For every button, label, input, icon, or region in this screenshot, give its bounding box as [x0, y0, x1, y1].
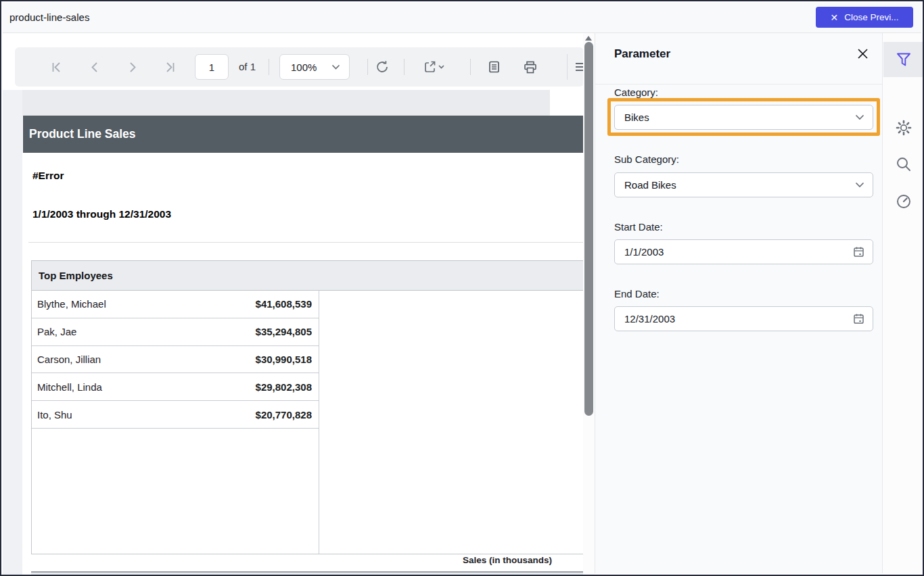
export-icon	[424, 61, 444, 73]
report-top-margin	[22, 90, 550, 116]
report-scrollbar[interactable]	[583, 33, 595, 576]
previous-page-icon	[89, 62, 101, 73]
employee-sales: $29,802,308	[256, 381, 312, 393]
start-date-value: 1/1/2003	[624, 246, 664, 258]
end-date-value: 12/31/2003	[624, 313, 675, 325]
calendar-icon	[853, 313, 864, 325]
top-employees-rows: Blythe, Michael$41,608,539Pak, Jae$35,29…	[32, 291, 319, 429]
category-select[interactable]: Bikes	[614, 105, 873, 130]
table-row: Carson, Jillian$30,990,518	[32, 346, 319, 374]
table-row: Mitchell, Linda$29,802,308	[32, 373, 319, 401]
top-employees-section: Top Employees Blythe, Michael$41,608,539…	[31, 260, 594, 554]
top-employees-header: Top Employees	[32, 261, 593, 291]
side-tool-strip	[882, 33, 924, 573]
filter-icon	[896, 51, 912, 68]
report-document-button[interactable]	[482, 47, 506, 87]
first-page-button[interactable]	[45, 47, 69, 87]
chart-title: Sales (in thousands)	[426, 555, 588, 565]
toolbar-separator	[470, 59, 471, 75]
last-page-icon	[164, 62, 175, 73]
toolbar-separator	[269, 59, 269, 75]
table-row: Pak, Jae$35,294,805	[32, 318, 319, 346]
start-date-input[interactable]: 1/1/2003	[614, 239, 873, 264]
employee-sales: $20,770,828	[256, 409, 312, 421]
category-label: Category:	[614, 87, 658, 98]
report-date-range: 1/1/2003 through 12/31/2003	[32, 208, 171, 220]
parameter-panel-close-button[interactable]	[855, 47, 870, 62]
next-section-partial	[31, 571, 594, 576]
close-preview-button[interactable]: ✕ Close Previ...	[816, 7, 913, 28]
report-error-text: #Error	[32, 170, 64, 182]
table-row: Ito, Shu$20,770,828	[32, 401, 319, 429]
category-value: Bikes	[624, 112, 649, 123]
next-page-button[interactable]	[120, 47, 144, 87]
print-icon	[524, 61, 537, 74]
toolbar-separator	[404, 59, 405, 75]
table-row: Blythe, Michael$41,608,539	[32, 291, 319, 318]
filter-parameters-button[interactable]	[883, 45, 924, 74]
gauge-icon	[896, 193, 912, 210]
employee-name: Ito, Shu	[37, 409, 256, 421]
settings-button[interactable]	[883, 113, 924, 143]
zoom-value: 100%	[291, 62, 317, 73]
chevron-down-icon	[855, 114, 864, 120]
scrollbar-thumb[interactable]	[584, 42, 593, 416]
employee-name: Mitchell, Linda	[37, 381, 256, 393]
page-number-input[interactable]	[195, 54, 229, 80]
sub-category-select[interactable]: Road Bikes	[614, 172, 873, 197]
export-button[interactable]	[418, 47, 451, 87]
print-button[interactable]	[518, 47, 542, 87]
start-date-label: Start Date:	[614, 221, 663, 233]
panel-divider	[595, 84, 882, 85]
scrollbar-up-arrow-icon[interactable]	[585, 36, 592, 41]
employee-sales: $30,990,518	[256, 354, 312, 365]
chevron-down-icon	[331, 64, 340, 70]
employee-name: Pak, Jae	[37, 326, 256, 337]
chevron-down-icon	[855, 182, 864, 188]
close-icon	[857, 48, 869, 59]
first-page-icon	[51, 62, 63, 73]
parameter-panel: Parameter Category: Bikes Sub Category: …	[595, 33, 882, 573]
next-page-icon	[126, 62, 138, 73]
report-file-name: product-line-sales	[9, 11, 89, 23]
end-date-input[interactable]: 12/31/2003	[614, 306, 873, 331]
employee-name: Carson, Jillian	[37, 354, 256, 365]
report-divider	[28, 242, 594, 243]
parameter-panel-title: Parameter	[614, 47, 670, 61]
refresh-button[interactable]	[370, 47, 394, 87]
calendar-icon	[853, 246, 864, 258]
previous-page-button[interactable]	[83, 47, 107, 87]
page-count-label: of 1	[239, 61, 256, 72]
zoom-select[interactable]: 100%	[279, 54, 350, 80]
toolbar-divider	[567, 54, 568, 80]
report-document-icon	[488, 61, 500, 73]
gear-icon	[895, 119, 913, 137]
search-icon	[896, 156, 912, 172]
toolbar-separator	[367, 59, 368, 75]
report-title: Product Line Sales	[29, 127, 136, 141]
app-window: product-line-sales ✕ Close Previ... of 1…	[0, 0, 924, 576]
table-chart-divider	[319, 291, 319, 554]
close-icon: ✕	[830, 12, 838, 23]
report-title-banner: Product Line Sales	[23, 116, 594, 153]
refresh-icon	[375, 60, 389, 74]
employee-name: Blythe, Michael	[37, 298, 256, 310]
title-bar: product-line-sales ✕ Close Previ...	[3, 3, 921, 33]
search-button[interactable]	[883, 149, 924, 179]
close-preview-label: Close Previ...	[844, 12, 898, 22]
last-page-button[interactable]	[157, 47, 181, 87]
gauge-button[interactable]	[883, 187, 924, 216]
report-left-gutter	[3, 90, 22, 576]
sub-category-label: Sub Category:	[614, 153, 679, 165]
viewer-toolbar: of 1 100%	[15, 47, 584, 87]
employee-sales: $41,608,539	[256, 298, 312, 310]
end-date-label: End Date:	[614, 288, 660, 299]
sub-category-value: Road Bikes	[624, 179, 676, 191]
employee-sales: $35,294,805	[256, 326, 312, 337]
